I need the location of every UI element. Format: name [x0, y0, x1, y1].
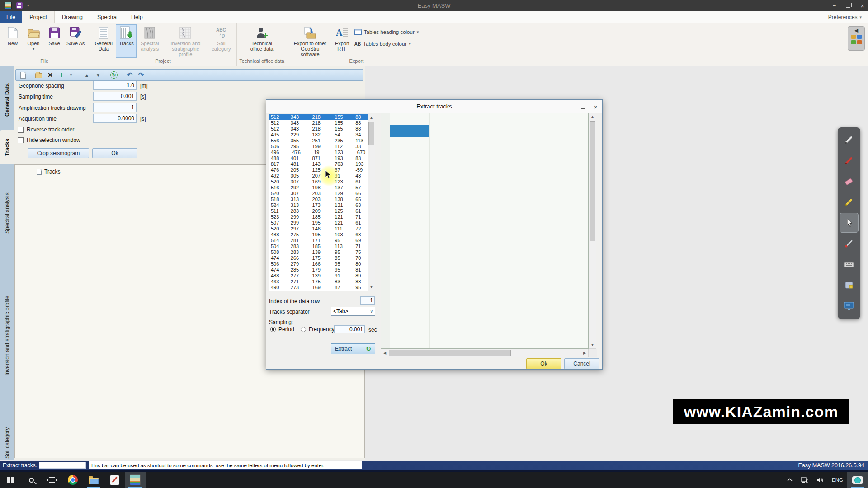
export-geostru-button[interactable]: Export to other GeoStru software: [289, 24, 331, 58]
grid-row[interactable]: [381, 278, 588, 290]
track-list-row[interactable]: 4902731698795: [269, 285, 368, 291]
grid-cell[interactable]: [469, 243, 509, 254]
grid-cell[interactable]: [390, 113, 430, 125]
grid-cell[interactable]: [390, 184, 430, 196]
grid-cell[interactable]: [390, 325, 430, 337]
screen-recorder-tray-icon[interactable]: [847, 472, 868, 488]
tab-file[interactable]: File: [0, 11, 22, 23]
grid-cell[interactable]: [469, 231, 509, 243]
acquisition-time-input[interactable]: [93, 114, 137, 123]
track-list-row[interactable]: 52329918512171: [269, 214, 368, 220]
track-list-row[interactable]: 48840187119383: [269, 155, 368, 161]
grid-cell[interactable]: [469, 301, 509, 313]
side-mini-panel[interactable]: ◀: [848, 26, 865, 51]
grid-vertical-scrollbar[interactable]: ▲ ▼: [589, 113, 596, 349]
grid-cell[interactable]: [509, 301, 549, 313]
grid-cell[interactable]: [390, 337, 430, 348]
grid-row[interactable]: [381, 254, 588, 266]
grid-row[interactable]: [381, 325, 588, 337]
grid-cell[interactable]: [430, 113, 470, 125]
track-list-row[interactable]: 52030720312966: [269, 191, 368, 197]
task-view-button[interactable]: [42, 472, 62, 488]
grid-cell[interactable]: [390, 313, 430, 325]
grid-row[interactable]: [381, 196, 588, 207]
export-rtf-button[interactable]: A Export RTF: [331, 24, 354, 58]
grid-cell[interactable]: [430, 266, 470, 278]
spectral-analysis-button[interactable]: Spectral analysis: [137, 24, 163, 58]
reverse-track-order-checkbox[interactable]: [18, 127, 24, 133]
grid-cell[interactable]: [390, 160, 430, 172]
close-button[interactable]: ×: [860, 2, 864, 9]
track-list-row[interactable]: 47620512537-59: [269, 167, 368, 173]
hide-selection-window-checkbox[interactable]: [18, 137, 24, 143]
grid-cell[interactable]: [390, 137, 430, 149]
grid-cell[interactable]: [390, 243, 430, 254]
grid-cell[interactable]: [548, 243, 588, 254]
tab-help[interactable]: Help: [124, 11, 150, 23]
volume-icon[interactable]: [812, 472, 828, 488]
grid-cell[interactable]: [509, 113, 549, 125]
grid-cell[interactable]: [430, 231, 470, 243]
grid-cell[interactable]: [509, 207, 549, 219]
undo-icon[interactable]: ↶: [126, 71, 133, 79]
add-icon[interactable]: +: [58, 71, 65, 79]
red-pen-tool-icon[interactable]: [840, 150, 859, 170]
frequency-radio-row[interactable]: Frequency: [301, 326, 335, 333]
search-button[interactable]: [21, 472, 42, 488]
collapse-arrow-icon[interactable]: ◀: [854, 28, 858, 33]
grid-cell[interactable]: [469, 313, 509, 325]
mini-folder-icon[interactable]: [851, 35, 856, 39]
add-caret-icon[interactable]: ▾: [67, 71, 75, 79]
grid-cell[interactable]: [390, 301, 430, 313]
grid-row[interactable]: [381, 207, 588, 219]
open-button[interactable]: Open ▾: [23, 24, 44, 58]
grid-row[interactable]: [381, 172, 588, 184]
laser-pointer-tool-icon[interactable]: [840, 234, 859, 253]
grid-cell[interactable]: [548, 196, 588, 207]
grid-cell[interactable]: [469, 160, 509, 172]
dialog-minimize-button[interactable]: −: [570, 104, 573, 110]
track-list-row[interactable]: 51831320313865: [269, 197, 368, 202]
tables-body-colour-button[interactable]: AB Tables body colour ▾: [354, 40, 419, 48]
grid-cell[interactable]: [469, 278, 509, 290]
delete-icon[interactable]: ✕: [47, 71, 54, 79]
grid-selected-cell[interactable]: [390, 125, 430, 137]
language-indicator[interactable]: ENG: [828, 472, 847, 488]
grid-cell[interactable]: [509, 149, 549, 160]
period-radio-row[interactable]: Period: [270, 326, 294, 333]
grid-cell[interactable]: [548, 301, 588, 313]
new-button[interactable]: New: [2, 24, 23, 58]
new-item-icon[interactable]: [19, 71, 27, 79]
sidebar-tab-tracks[interactable]: Tracks: [0, 130, 14, 164]
track-list-scrollbar[interactable]: ▲ ▼: [368, 114, 375, 291]
grid-cell[interactable]: [548, 266, 588, 278]
grid-cell[interactable]: [469, 137, 509, 149]
grid-row[interactable]: [381, 337, 588, 348]
track-list-row[interactable]: 4882771399189: [269, 273, 368, 279]
grid-row[interactable]: [381, 301, 588, 313]
grid-cell[interactable]: [430, 207, 470, 219]
track-list-row[interactable]: 48827519510363: [269, 232, 368, 238]
status-hint-box[interactable]: This bar can be used as shortcut to some…: [89, 461, 362, 469]
start-button[interactable]: [0, 472, 21, 488]
tables-heading-colour-button[interactable]: Tables heading colour ▾: [354, 28, 419, 36]
sidebar-tab-inversion-profile[interactable]: Inversion and stratigraphic profile: [0, 257, 14, 415]
track-list-row[interactable]: 51234321815588: [269, 126, 368, 132]
track-list-row[interactable]: 496-476-19123-670: [269, 150, 368, 155]
dialog-title-bar[interactable]: Extract tracks: [266, 100, 602, 113]
track-list-row[interactable]: 52431317313163: [269, 202, 368, 208]
dialog-ok-button[interactable]: Ok: [526, 358, 561, 369]
track-list-row[interactable]: 5082831399575: [269, 249, 368, 255]
grid-cell[interactable]: [548, 290, 588, 301]
mini-gear-icon[interactable]: [857, 40, 862, 44]
grid-cell[interactable]: [509, 313, 549, 325]
grid-cell[interactable]: [390, 196, 430, 207]
technical-office-data-button[interactable]: Technical office data: [246, 24, 278, 58]
track-list-row[interactable]: 51128320912561: [269, 208, 368, 214]
open-item-icon[interactable]: [35, 71, 42, 79]
grid-row[interactable]: [381, 313, 588, 325]
track-list-row[interactable]: 51234321815588: [269, 114, 368, 120]
grid-cell[interactable]: [509, 137, 549, 149]
move-up-icon[interactable]: ▲: [83, 71, 90, 79]
index-data-row-input[interactable]: [360, 296, 375, 305]
